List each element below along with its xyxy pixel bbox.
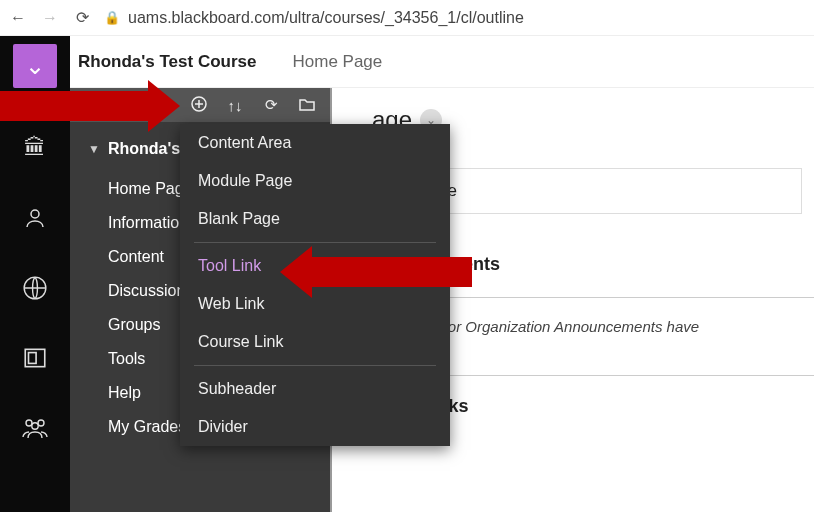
app-body: ⌄ 🏛 ↑↓ ⟳ ▼ Rhonda's T	[0, 88, 814, 512]
lock-icon: 🔒	[104, 10, 120, 25]
address-bar[interactable]: 🔒 uams.blackboard.com/ultra/courses/_343…	[104, 9, 524, 27]
menu-separator	[194, 365, 436, 366]
profile-icon[interactable]	[15, 198, 55, 238]
svg-rect-3	[29, 353, 37, 364]
menu-item-module-page[interactable]: Module Page	[180, 162, 450, 200]
svg-point-0	[31, 210, 39, 218]
institution-icon[interactable]: 🏛	[15, 128, 55, 168]
menu-item-subheader[interactable]: Subheader	[180, 370, 450, 408]
svg-point-4	[26, 420, 32, 426]
add-content-icon[interactable]	[190, 96, 208, 115]
menu-item-content-area[interactable]: Content Area	[180, 124, 450, 162]
svg-point-5	[38, 420, 44, 426]
globe-icon[interactable]	[15, 268, 55, 308]
back-button[interactable]: ←	[8, 9, 28, 27]
browser-chrome: ← → ⟳ 🔒 uams.blackboard.com/ultra/course…	[0, 0, 814, 36]
reorder-icon[interactable]: ↑↓	[226, 97, 244, 114]
caret-down-icon: ▼	[88, 142, 100, 156]
url-text: uams.blackboard.com/ultra/courses/_34356…	[128, 9, 524, 27]
groups-icon[interactable]	[15, 408, 55, 448]
forward-button[interactable]: →	[40, 9, 60, 27]
breadcrumb-page[interactable]: Home Page	[292, 52, 382, 72]
menu-item-divider[interactable]: Divider	[180, 408, 450, 446]
menu-item-blank-page[interactable]: Blank Page	[180, 200, 450, 238]
folder-icon[interactable]	[298, 97, 316, 114]
refresh-icon[interactable]: ⟳	[262, 96, 280, 114]
breadcrumb-course[interactable]: Rhonda's Test Course	[78, 52, 256, 72]
annotation-arrow-to-tool-link	[280, 246, 472, 298]
svg-point-6	[32, 423, 38, 429]
courses-icon[interactable]	[15, 338, 55, 378]
menu-separator	[194, 242, 436, 243]
annotation-arrow-to-add	[0, 80, 180, 132]
menu-item-course-link[interactable]: Course Link	[180, 323, 450, 361]
reload-button[interactable]: ⟳	[72, 8, 92, 27]
